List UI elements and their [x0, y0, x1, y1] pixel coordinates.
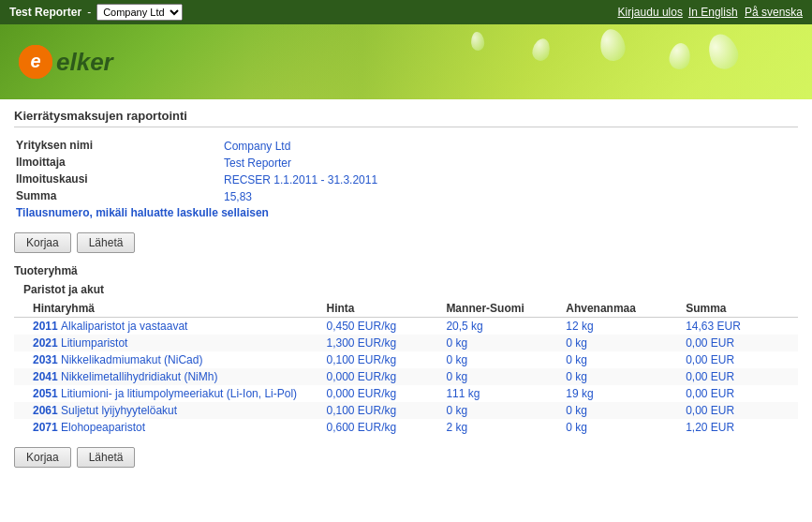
main-content: Kierrätysmaksujen raportointi Yrityksen … [0, 99, 812, 477]
product-manner-suomi: 20,5 kg [438, 318, 558, 336]
product-summa: 0,00 EUR [678, 402, 798, 419]
product-subsection-title: Paristot ja akut [14, 283, 798, 296]
info-value-summa: 15,83 [224, 189, 377, 204]
product-summa: 0,00 EUR [678, 385, 798, 402]
info-value-company: Company Ltd [224, 139, 377, 154]
product-manner-suomi: 2 kg [438, 419, 558, 436]
product-summa: 0,00 EUR [678, 351, 798, 368]
laheta-button-2[interactable]: Lähetä [77, 447, 136, 468]
product-name: 2041 Nikkelimetallihydridiakut (NiMh) [14, 368, 319, 385]
product-hinta: 0,000 EUR/kg [319, 368, 439, 385]
info-row-tilaus: Tilausnumero, mikäli haluatte laskulle s… [16, 206, 377, 221]
section-title: Kierrätysmaksujen raportointi [14, 109, 798, 127]
lang-en-link[interactable]: In English [688, 6, 738, 19]
product-row: 2011 Alkaliparistot ja vastaavat0,450 EU… [14, 318, 798, 336]
product-hinta: 0,100 EUR/kg [319, 351, 439, 368]
product-ahvenanmaa: 0 kg [558, 402, 678, 419]
product-table-header: Hintaryhmä Hinta Manner-Suomi Ahvenanmaa… [14, 300, 798, 318]
product-hinta: 0,000 EUR/kg [319, 385, 439, 402]
product-ahvenanmaa: 19 kg [558, 385, 678, 402]
product-hinta: 1,300 EUR/kg [319, 335, 439, 351]
separator: - [87, 6, 91, 19]
korjaa-button[interactable]: Korjaa [14, 232, 71, 253]
info-label-company: Yrityksen nimi [16, 139, 222, 154]
product-manner-suomi: 0 kg [438, 402, 558, 419]
logo: e elker [19, 45, 113, 79]
logout-text[interactable]: Kirjaudu ulos [618, 6, 683, 19]
product-ahvenanmaa: 0 kg [558, 419, 678, 436]
product-name: 2031 Nikkelikadmiumakut (NiCad) [14, 351, 319, 368]
logo-icon: e [19, 45, 52, 79]
info-row-period: Ilmoituskausi RECSER 1.1.2011 - 31.3.201… [16, 172, 377, 187]
logo-text: elker [56, 48, 113, 77]
product-row: 2041 Nikkelimetallihydridiakut (NiMh)0,0… [14, 368, 798, 385]
top-bar-right: Kirjaudu ulos In English På svenska [618, 6, 803, 19]
product-summa: 0,00 EUR [678, 368, 798, 385]
product-table-body: 2011 Alkaliparistot ja vastaavat0,450 EU… [14, 318, 798, 437]
info-row-company: Yrityksen nimi Company Ltd [16, 139, 377, 154]
product-hinta: 0,600 EUR/kg [319, 419, 439, 436]
info-label-reporter: Ilmoittaja [16, 156, 222, 171]
product-table: Hintaryhmä Hinta Manner-Suomi Ahvenanmaa… [14, 300, 798, 436]
info-row-reporter: Ilmoittaja Test Reporter [16, 156, 377, 171]
product-summa: 14,63 EUR [678, 318, 798, 336]
info-value-reporter: Test Reporter [224, 156, 377, 171]
product-manner-suomi: 0 kg [438, 335, 558, 351]
col-hintaryhma: Hintaryhmä [14, 300, 319, 318]
app-title: Test Reporter [9, 6, 81, 19]
info-label-summa: Summa [16, 189, 222, 204]
product-summa: 0,00 EUR [678, 335, 798, 351]
col-manner-suomi: Manner-Suomi [438, 300, 558, 318]
button-row-bottom: Korjaa Lähetä [14, 447, 798, 468]
top-bar: Test Reporter - Company Ltd Kirjaudu ulo… [0, 0, 812, 24]
product-row: 2021 Litiumparistot1,300 EUR/kg0 kg0 kg0… [14, 335, 798, 351]
product-row: 2071 Elohopeaparistot0,600 EUR/kg2 kg0 k… [14, 419, 798, 436]
product-ahvenanmaa: 0 kg [558, 335, 678, 351]
product-row: 2061 Suljetut lyijyhyytelöakut0,100 EUR/… [14, 402, 798, 419]
laheta-button[interactable]: Lähetä [77, 232, 136, 253]
info-row-summa: Summa 15,83 [16, 189, 377, 204]
product-name: 2021 Litiumparistot [14, 335, 319, 351]
product-hinta: 0,100 EUR/kg [319, 402, 439, 419]
info-table: Yrityksen nimi Company Ltd Ilmoittaja Te… [14, 137, 379, 223]
product-name: 2071 Elohopeaparistot [14, 419, 319, 436]
product-hinta: 0,450 EUR/kg [319, 318, 439, 336]
button-row-top: Korjaa Lähetä [14, 232, 798, 253]
product-ahvenanmaa: 0 kg [558, 351, 678, 368]
info-label-period: Ilmoituskausi [16, 172, 222, 187]
product-manner-suomi: 0 kg [438, 368, 558, 385]
info-value-period: RECSER 1.1.2011 - 31.3.2011 [224, 172, 377, 187]
lang-sv-link[interactable]: På svenska [745, 6, 803, 19]
header-banner: e elker [0, 24, 812, 99]
product-name: 2061 Suljetut lyijyhyytelöakut [14, 402, 319, 419]
product-section-title: Tuoteryhmä [14, 264, 798, 277]
info-label-tilaus: Tilausnumero, mikäli haluatte laskulle s… [16, 206, 377, 221]
top-bar-left: Test Reporter - Company Ltd [9, 4, 183, 21]
col-ahvenanmaa: Ahvenanmaa [558, 300, 678, 318]
company-select[interactable]: Company Ltd [96, 4, 183, 21]
svg-text:e: e [30, 51, 40, 71]
product-name: 2011 Alkaliparistot ja vastaavat [14, 318, 319, 336]
col-hinta: Hinta [319, 300, 439, 318]
product-name: 2051 Litiumioni- ja litiumpolymeeriakut … [14, 385, 319, 402]
product-ahvenanmaa: 0 kg [558, 368, 678, 385]
col-summa: Summa [678, 300, 798, 318]
lang-links: In English På svenska [688, 6, 803, 19]
product-manner-suomi: 111 kg [438, 385, 558, 402]
product-manner-suomi: 0 kg [438, 351, 558, 368]
product-row: 2031 Nikkelikadmiumakut (NiCad)0,100 EUR… [14, 351, 798, 368]
product-ahvenanmaa: 12 kg [558, 318, 678, 336]
korjaa-button-2[interactable]: Korjaa [14, 447, 71, 468]
product-summa: 1,20 EUR [678, 419, 798, 436]
product-row: 2051 Litiumioni- ja litiumpolymeeriakut … [14, 385, 798, 402]
